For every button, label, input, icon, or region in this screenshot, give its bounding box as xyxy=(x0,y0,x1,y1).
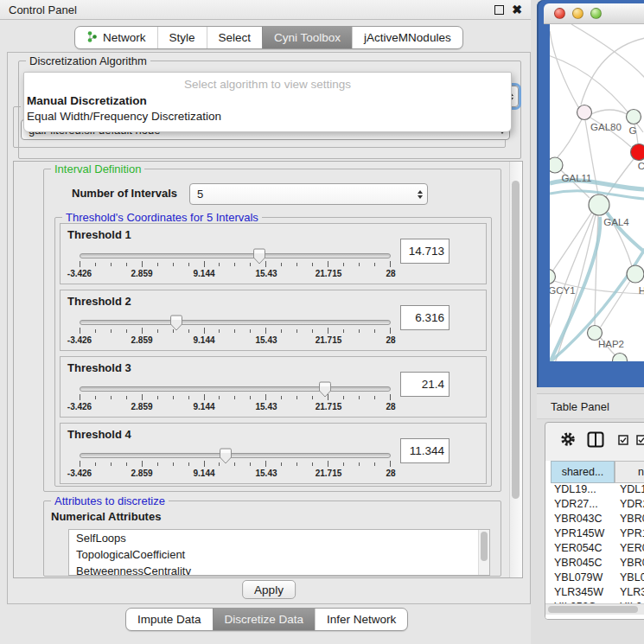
scrollbar-thumb[interactable] xyxy=(548,606,638,613)
interval-definition-group: Interval Definition Number of Intervals … xyxy=(43,169,501,492)
table-cell[interactable]: YDL19... xyxy=(554,483,596,495)
tab-impute-data[interactable]: Impute Data xyxy=(126,609,213,630)
network-node[interactable] xyxy=(550,270,556,284)
table-row[interactable]: YBR045CYBR0 xyxy=(545,557,644,571)
float-window-icon[interactable] xyxy=(494,5,504,15)
threshold-label: Threshold 3 xyxy=(67,361,131,374)
scrollbar-thumb[interactable] xyxy=(481,532,488,561)
table-row[interactable]: YBL079WYBL0 xyxy=(545,571,644,586)
slider-track xyxy=(80,253,391,258)
network-node[interactable] xyxy=(589,194,609,215)
tab-label: Network xyxy=(103,31,146,44)
zoom-traffic-light-icon[interactable] xyxy=(590,8,602,19)
threshold-slider[interactable]: -3.4262.8599.14415.4321.71528 xyxy=(80,379,391,411)
attribute-list-item[interactable]: TopologicalCoefficient xyxy=(69,546,489,563)
split-table-icon[interactable] xyxy=(587,431,604,451)
table-cell[interactable]: YBR0 xyxy=(620,557,644,569)
checkbox-checked-icon[interactable] xyxy=(636,433,644,449)
numerical-attributes-list[interactable]: SelfLoopsTopologicalCoefficientBetweenne… xyxy=(68,529,490,576)
table-cell[interactable]: YBR0 xyxy=(620,513,644,525)
close-traffic-light-icon[interactable] xyxy=(554,8,565,19)
dropdown-hint: Select algorithm to view settings xyxy=(24,78,511,91)
tab-network[interactable]: Network xyxy=(75,27,157,48)
tab-label: Cyni Toolbox xyxy=(274,31,341,44)
table-cell[interactable]: YLR345W xyxy=(554,586,603,598)
algorithm-dropdown-popup: Select algorithm to view settings Manual… xyxy=(23,72,512,132)
table-row[interactable]: YDL19...YDL1 xyxy=(545,483,644,498)
column-header-name[interactable]: n xyxy=(615,461,644,483)
network-node[interactable] xyxy=(550,157,563,173)
checkbox-checked-icon[interactable] xyxy=(618,433,628,449)
network-node[interactable] xyxy=(631,144,644,161)
table-cell[interactable]: YPR1 xyxy=(620,527,644,539)
network-node[interactable] xyxy=(627,110,641,124)
network-node[interactable] xyxy=(577,105,592,120)
slider-ticks xyxy=(80,394,391,401)
threshold-slider[interactable]: -3.4262.8599.14415.4321.71528 xyxy=(80,313,391,344)
threshold-panel: Threshold 2-3.4262.8599.14415.4321.71528… xyxy=(60,290,487,351)
attribute-list-item[interactable]: BetweennessCentrality xyxy=(69,563,489,576)
table-horizontal-scrollbar[interactable] xyxy=(545,603,644,615)
attribute-list-item[interactable]: SelfLoops xyxy=(69,530,489,546)
settings-vertical-scrollbar[interactable] xyxy=(509,162,522,577)
threshold-value-field[interactable]: 21.4 xyxy=(400,372,450,397)
table-cell[interactable]: YBL0 xyxy=(620,571,644,583)
table-row[interactable]: YER054CYER0 xyxy=(545,542,644,557)
slider-thumb[interactable] xyxy=(252,248,265,268)
number-of-intervals-combobox[interactable]: 5 xyxy=(189,183,428,205)
slider-thumb[interactable] xyxy=(319,381,332,401)
threshold-slider[interactable]: -3.4262.8599.14415.4321.71528 xyxy=(80,446,391,477)
threshold-panel: Threshold 3-3.4262.8599.14415.4321.71528… xyxy=(60,356,487,418)
table-cell[interactable]: YER0 xyxy=(620,542,644,554)
table-cell[interactable]: YBR043C xyxy=(554,513,603,525)
dropdown-option-equal-width-frequency[interactable]: Equal Width/Frequency Discretization xyxy=(26,110,509,124)
network-node[interactable] xyxy=(588,326,603,341)
network-node[interactable] xyxy=(627,265,644,283)
tab-jactivemnodules[interactable]: jActiveMNodules xyxy=(352,27,462,48)
table-row[interactable]: YBR043CYBR0 xyxy=(545,513,644,527)
tab-infer-network[interactable]: Infer Network xyxy=(315,609,407,630)
tab-cyni-toolbox[interactable]: Cyni Toolbox xyxy=(262,27,352,48)
group-title: Interval Definition xyxy=(51,163,144,175)
column-header-shared-name[interactable]: shared... xyxy=(551,461,615,483)
network-window-titlebar[interactable] xyxy=(544,3,644,24)
tab-label: Infer Network xyxy=(327,613,396,626)
table-row[interactable]: YDR27...YDR2 xyxy=(545,498,644,513)
list-scrollbar[interactable] xyxy=(478,530,489,575)
slider-thumb[interactable] xyxy=(220,448,233,468)
attributes-to-discretize-group: Attributes to discretize Numerical Attri… xyxy=(43,501,501,577)
top-tab-bar: Network Style Select Cyni Toolbox jActiv… xyxy=(74,26,463,49)
threshold-value-field[interactable]: 11.344 xyxy=(400,438,450,463)
table-cell[interactable]: YDL1 xyxy=(620,483,644,495)
table-cell[interactable]: YBR045C xyxy=(554,557,603,569)
network-canvas[interactable]: GAL80GCGAL11GAL4GCY1HHAP2 xyxy=(550,24,644,361)
dropdown-option-manual-discretization[interactable]: Manual Discretization xyxy=(26,94,509,109)
tab-select[interactable]: Select xyxy=(207,27,263,48)
slider-thumb[interactable] xyxy=(169,315,182,335)
slider-track xyxy=(80,386,391,392)
apply-button[interactable]: Apply xyxy=(242,580,296,599)
tab-label: Select xyxy=(219,31,252,44)
tab-discretize-data[interactable]: Discretize Data xyxy=(213,609,316,630)
network-node-label: GAL80 xyxy=(590,122,622,132)
table-cell[interactable]: YDR27... xyxy=(554,498,598,510)
threshold-value-field[interactable]: 6.316 xyxy=(400,305,450,330)
table-cell[interactable]: YPR145W xyxy=(554,527,604,539)
scrollbar-thumb[interactable] xyxy=(512,181,520,499)
threshold-value-field[interactable]: 14.713 xyxy=(400,239,450,264)
table-row[interactable]: YLR345WYLR3 xyxy=(545,586,644,601)
network-icon xyxy=(86,30,98,46)
table-cell[interactable]: YER054C xyxy=(554,542,603,554)
table-cell[interactable]: YBL079W xyxy=(554,571,603,583)
gear-icon[interactable] xyxy=(560,431,576,450)
node-table: shared... n YDL19...YDL1YDR27...YDR2YBR0… xyxy=(545,461,644,619)
network-node-label: GAL4 xyxy=(603,217,629,227)
minimize-traffic-light-icon[interactable] xyxy=(572,8,583,19)
close-icon[interactable]: ✖ xyxy=(512,3,522,16)
table-cell[interactable]: YLR3 xyxy=(620,586,644,598)
tab-style[interactable]: Style xyxy=(157,27,207,48)
slider-track xyxy=(80,320,391,325)
table-row[interactable]: YPR145WYPR1 xyxy=(545,527,644,542)
table-cell[interactable]: YDR2 xyxy=(620,498,644,510)
threshold-slider[interactable]: -3.4262.8599.14415.4321.71528 xyxy=(80,246,391,277)
